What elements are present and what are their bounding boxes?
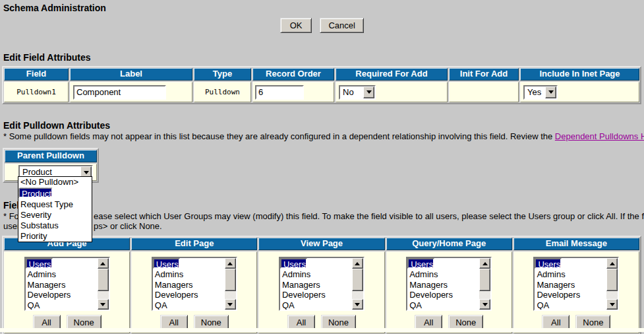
- ok-button[interactable]: OK: [280, 18, 312, 33]
- note-text-prefix: * Some pulldown fields may not appear in…: [3, 131, 555, 141]
- scroll-down-button[interactable]: [98, 299, 109, 310]
- group-option[interactable]: QA: [407, 300, 479, 310]
- pulldown-option[interactable]: Product: [18, 187, 53, 198]
- init-for-add-cell: [449, 82, 519, 102]
- visibility-column: Email Message UsersAdminsManagersDevelop…: [513, 238, 639, 333]
- group-option[interactable]: QA: [26, 300, 98, 310]
- scrollbar-track[interactable]: [606, 291, 618, 299]
- listbox-scrollbar[interactable]: [225, 258, 236, 310]
- group-option[interactable]: Users: [26, 258, 53, 269]
- scrollbar-thumb[interactable]: [479, 269, 490, 291]
- page-header: View Page: [258, 238, 384, 250]
- field-name: Pulldown1: [5, 88, 68, 96]
- group-option[interactable]: Managers: [280, 280, 352, 290]
- pulldown-note: * Some pulldown fields may not appear in…: [3, 131, 644, 141]
- required-for-add-dropdown-button[interactable]: [363, 86, 374, 98]
- group-option[interactable]: Developers: [153, 290, 225, 300]
- group-option[interactable]: Developers: [407, 290, 479, 300]
- scrollbar-track[interactable]: [98, 291, 109, 299]
- label-input[interactable]: [73, 85, 166, 100]
- triangle-up-icon: [483, 259, 488, 265]
- group-option[interactable]: Users: [407, 258, 434, 269]
- page-body: UsersAdminsManagersDevelopersQA All None: [386, 251, 512, 333]
- group-option[interactable]: Users: [153, 258, 180, 269]
- pulldown-option[interactable]: <No Pulldown>: [18, 177, 92, 187]
- group-option[interactable]: Users: [535, 258, 562, 269]
- scrollbar-thumb[interactable]: [352, 269, 363, 291]
- parent-pulldown-options: <No Pulldown>ProductRequest TypeSeverity…: [18, 176, 92, 242]
- listbox-scrollbar[interactable]: [352, 258, 363, 310]
- scroll-up-button[interactable]: [606, 258, 618, 269]
- triangle-up-icon: [100, 259, 105, 265]
- group-listbox-wrap: UsersAdminsManagersDevelopersQA: [152, 257, 237, 311]
- type-cell: Pulldown: [194, 82, 251, 102]
- scrollbar-track[interactable]: [225, 291, 236, 299]
- parent-pulldown-header: Parent Pulldown: [5, 150, 97, 162]
- scroll-down-button[interactable]: [352, 299, 363, 310]
- group-option[interactable]: Admins: [26, 269, 98, 280]
- page-header: Email Message: [513, 238, 639, 250]
- scrollbar-thumb[interactable]: [225, 269, 236, 291]
- scroll-down-button[interactable]: [225, 299, 236, 310]
- scroll-up-button[interactable]: [352, 258, 363, 269]
- scroll-up-button[interactable]: [225, 258, 236, 269]
- include-in-inet-page-value: Yes: [525, 86, 545, 98]
- scrollbar-track[interactable]: [352, 291, 363, 299]
- pulldown-option[interactable]: Substatus: [18, 220, 92, 231]
- scroll-down-button[interactable]: [606, 299, 618, 310]
- listbox-scrollbar[interactable]: [606, 258, 618, 310]
- group-option[interactable]: QA: [153, 300, 225, 310]
- page-body: UsersAdminsManagersDevelopersQA All None: [258, 251, 384, 333]
- group-option[interactable]: Developers: [26, 290, 98, 300]
- group-listbox-wrap: UsersAdminsManagersDevelopersQA: [406, 257, 492, 311]
- group-option[interactable]: Users: [280, 258, 307, 269]
- column-header-record-order: Record Order: [252, 68, 334, 81]
- group-option[interactable]: Managers: [535, 280, 606, 290]
- triangle-down-icon: [100, 303, 105, 309]
- triangle-down-icon: [355, 303, 360, 309]
- cancel-button[interactable]: Cancel: [320, 18, 363, 33]
- scrollbar-thumb[interactable]: [606, 269, 618, 291]
- group-option[interactable]: Admins: [407, 269, 479, 280]
- group-option[interactable]: Admins: [535, 269, 606, 280]
- visibility-column: Query/Home Page UsersAdminsManagersDevel…: [386, 238, 512, 333]
- column-header-include-in-inet-page: Include In Inet Page: [520, 68, 639, 81]
- page-header: Query/Home Page: [386, 238, 512, 250]
- scrollbar-thumb[interactable]: [98, 269, 109, 291]
- dependent-pulldowns-help-link[interactable]: Dependent Pulldowns Help section: [555, 131, 644, 141]
- group-option[interactable]: Managers: [407, 280, 479, 290]
- group-option[interactable]: Managers: [153, 280, 225, 290]
- pulldown-option[interactable]: Request Type: [18, 199, 92, 210]
- group-listbox: UsersAdminsManagersDevelopersQA: [153, 258, 225, 310]
- listbox-scrollbar[interactable]: [479, 258, 490, 310]
- group-option[interactable]: QA: [535, 300, 606, 310]
- group-option[interactable]: Developers: [535, 290, 606, 300]
- group-option[interactable]: Admins: [153, 269, 225, 280]
- visibility-column: Edit Page UsersAdminsManagersDevelopersQ…: [131, 238, 257, 333]
- triangle-down-icon: [483, 303, 488, 309]
- schema-administration-page: Schema Administration OK Cancel Edit Fie…: [0, 0, 644, 334]
- label-cell: [70, 82, 192, 102]
- group-option[interactable]: Developers: [280, 290, 352, 300]
- scroll-up-button[interactable]: [479, 258, 490, 269]
- scroll-down-button[interactable]: [479, 299, 490, 310]
- visibility-note-line2-rest: ps> or click None.: [94, 221, 162, 231]
- listbox-scrollbar[interactable]: [98, 258, 109, 310]
- page-header: Edit Page: [131, 238, 257, 250]
- group-option[interactable]: QA: [280, 300, 352, 310]
- required-for-add-select[interactable]: No: [339, 85, 376, 100]
- scrollbar-track[interactable]: [479, 291, 490, 299]
- pulldown-option[interactable]: Severity: [18, 210, 92, 220]
- include-in-inet-page-select[interactable]: Yes: [523, 85, 558, 100]
- include-in-inet-page-dropdown-button[interactable]: [545, 86, 556, 98]
- column-header-type: Type: [194, 68, 251, 81]
- group-listbox-wrap: UsersAdminsManagersDevelopersQA: [24, 257, 110, 311]
- group-option[interactable]: Managers: [26, 280, 98, 290]
- pulldown-option[interactable]: Priority: [18, 231, 92, 242]
- record-order-input[interactable]: [255, 85, 304, 100]
- chevron-down-icon: [366, 90, 372, 96]
- scroll-up-button[interactable]: [98, 258, 109, 269]
- group-option[interactable]: Admins: [280, 269, 352, 280]
- column-header-label: Label: [70, 68, 192, 81]
- triangle-down-icon: [227, 303, 233, 309]
